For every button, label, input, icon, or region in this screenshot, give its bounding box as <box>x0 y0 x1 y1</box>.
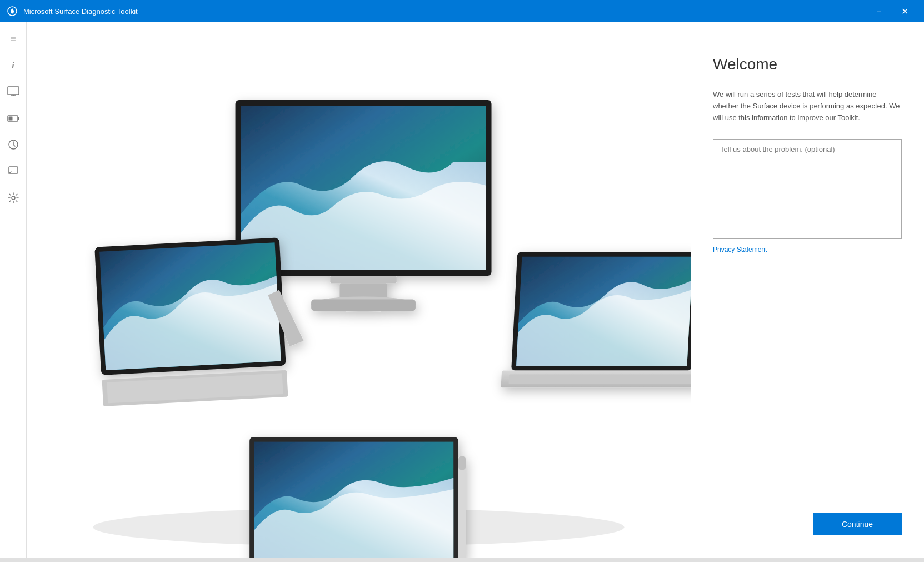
surface-devices-illustration <box>27 22 691 558</box>
app-window: Microsoft Surface Diagnostic Toolkit − ✕… <box>0 0 924 562</box>
history-icon <box>8 139 19 153</box>
battery-icon <box>7 113 19 125</box>
spacer <box>713 267 902 513</box>
sidebar: ≡ i <box>0 22 27 558</box>
feedback-icon <box>8 166 19 180</box>
info-icon: i <box>12 61 14 71</box>
close-button[interactable]: ✕ <box>892 0 917 22</box>
svg-rect-3 <box>18 117 19 120</box>
svg-rect-25 <box>458 456 466 558</box>
continue-button[interactable]: Continue <box>813 513 902 535</box>
surface-laptop <box>501 252 691 387</box>
minimize-button[interactable]: − <box>866 0 892 22</box>
svg-rect-11 <box>330 276 397 284</box>
svg-point-7 <box>12 196 15 200</box>
app-title: Microsoft Surface Diagnostic Toolkit <box>23 7 866 16</box>
welcome-title: Welcome <box>713 56 902 73</box>
svg-rect-14 <box>311 300 416 311</box>
window-controls: − ✕ <box>866 0 917 22</box>
surface-pro <box>94 237 304 375</box>
problem-textarea[interactable] <box>713 139 902 239</box>
menu-icon: ≡ <box>10 33 16 45</box>
bottom-bar <box>0 558 924 562</box>
sidebar-item-info[interactable]: i <box>1 53 26 78</box>
sidebar-item-display[interactable] <box>1 80 26 105</box>
privacy-statement-link[interactable]: Privacy Statement <box>713 246 902 253</box>
sidebar-item-history[interactable] <box>1 133 26 158</box>
display-icon <box>7 86 19 99</box>
type-cover <box>102 370 288 406</box>
svg-rect-18 <box>508 374 691 384</box>
sidebar-item-battery[interactable] <box>1 107 26 131</box>
app-logo <box>7 6 18 17</box>
svg-rect-1 <box>8 87 19 95</box>
svg-rect-4 <box>8 116 12 120</box>
surface-tablet-flat <box>249 437 466 558</box>
svg-rect-26 <box>458 456 466 470</box>
welcome-description: We will run a series of tests that will … <box>713 89 902 123</box>
sidebar-item-menu[interactable]: ≡ <box>1 27 26 51</box>
main-layout: ≡ i <box>0 22 924 558</box>
sidebar-item-settings[interactable] <box>1 187 26 211</box>
right-panel: Welcome We will run a series of tests th… <box>691 22 924 558</box>
settings-icon <box>8 192 19 206</box>
sidebar-item-feedback[interactable] <box>1 160 26 185</box>
content-area: Welcome We will run a series of tests th… <box>27 22 924 558</box>
device-image-area <box>27 22 691 558</box>
title-bar: Microsoft Surface Diagnostic Toolkit − ✕ <box>0 0 924 22</box>
